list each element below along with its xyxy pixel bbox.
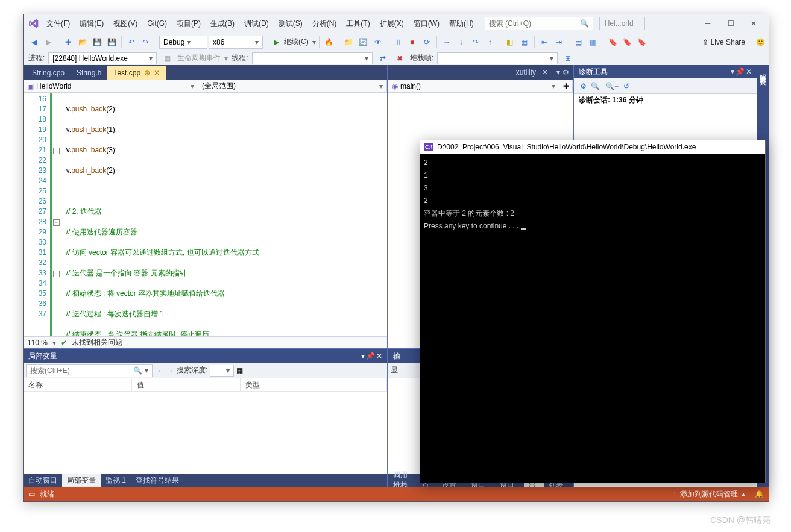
fold-icon[interactable]: − [53,219,60,226]
bookmark2-icon[interactable]: 🔖 [621,36,634,49]
tool-b-icon[interactable]: ▦ [518,36,531,49]
func-combo[interactable]: ◉main()▾ [388,80,559,92]
zoom-level[interactable]: 110 % [27,339,48,347]
solution-pill[interactable]: Hel...orld [599,17,645,30]
platform-combo[interactable]: x86▾ [209,36,263,49]
close-button[interactable]: ✕ [742,15,765,32]
maximize-button[interactable]: ☐ [719,15,742,32]
diag-zoomin-icon[interactable]: 🔍+ [591,80,604,93]
menu-extensions[interactable]: 扩展(X) [376,16,408,31]
tab-callstack[interactable]: 调用堆栈 [388,474,417,487]
tab-locals[interactable]: 局部变量 [62,474,101,487]
diag-gear-icon[interactable]: ⚙ [576,80,590,93]
menu-view[interactable]: 视图(V) [110,16,141,31]
col-name[interactable]: 名称 [24,378,132,391]
folder-icon[interactable]: 📁 [342,36,356,49]
lifecycle-icon[interactable]: ▦ [160,52,174,65]
liveshare-icon[interactable]: ⇪ [702,38,708,46]
stackframe-tool-icon[interactable]: ⊞ [561,52,575,65]
stackframe-combo[interactable]: ▾ [437,52,558,64]
step-into-icon[interactable]: ↓ [455,36,468,49]
stop-icon[interactable]: ■ [406,36,419,49]
menu-git[interactable]: Git(G) [143,17,171,30]
tool-a-icon[interactable]: ◧ [503,36,517,49]
process-combo[interactable]: [22840] HelloWorld.exe▾ [48,52,157,64]
fold-icon[interactable]: − [53,148,60,154]
code-editor[interactable]: 1617181920212223242526272829303132333435… [24,93,387,336]
indent-left-icon[interactable]: ⇤ [538,36,551,49]
restart-icon[interactable]: ⟳ [420,36,433,49]
nav-forward-icon[interactable]: ▶ [42,36,55,49]
config-combo[interactable]: Debug▾ [159,36,207,49]
step-out-icon[interactable]: ↑ [484,36,497,49]
menu-window[interactable]: 窗口(W) [410,16,443,31]
col-type[interactable]: 类型 [241,378,387,391]
tab-xutility[interactable]: xutility [516,68,536,77]
close-tab-icon[interactable]: ✕ [154,69,160,77]
nav-fwd-icon[interactable]: → [167,366,174,375]
title-search[interactable]: 🔍 [485,17,593,30]
uncomment-icon[interactable]: ▥ [587,36,600,49]
console-window[interactable]: C:\ D:\002_Project\006_Visual_Studio\Hel… [420,140,766,483]
menu-test[interactable]: 测试(S) [275,16,306,31]
diag-reset-icon[interactable]: ↺ [620,80,633,93]
tab-watch[interactable]: 监视 1 [101,474,131,487]
thread-tool2-icon[interactable]: ✖ [393,52,406,65]
tab-string-cpp[interactable]: String.cpp [26,66,71,80]
scm-label[interactable]: 添加到源代码管理 [680,489,738,499]
step-next-icon[interactable]: → [440,36,453,49]
bookmark-icon[interactable]: 🔖 [607,36,620,49]
thread-tool-icon[interactable]: ⇄ [376,52,389,65]
diag-zoomout-icon[interactable]: 🔍− [605,80,619,93]
close-pane-icon[interactable]: ✕ [746,67,752,76]
dropdown-icon[interactable]: ▾ [361,352,365,360]
title-search-input[interactable] [489,19,580,28]
pin-icon[interactable]: 📌 [736,67,745,76]
minimize-button[interactable]: ─ [696,15,719,32]
scm-up-icon[interactable]: ↑ [673,490,676,498]
pin-icon[interactable]: ⊕ [144,69,150,77]
pin-icon[interactable]: 📌 [366,352,375,360]
split-icon[interactable]: ✚ [559,80,573,92]
console-titlebar[interactable]: C:\ D:\002_Project\006_Visual_Studio\Hel… [420,140,765,154]
gear-icon[interactable]: ⚙ [563,68,569,77]
menu-tools[interactable]: 工具(T) [342,16,373,31]
step-over-icon[interactable]: ↷ [469,36,482,49]
close-tab-icon[interactable]: ✕ [542,68,548,77]
tool-icon[interactable]: ▦ [236,366,243,375]
menu-edit[interactable]: 编辑(E) [76,16,107,31]
show-icon[interactable]: 👁 [371,36,385,49]
feedback-icon[interactable]: 🙂 [756,38,765,46]
locals-search-input[interactable] [30,366,133,375]
menu-build[interactable]: 生成(B) [207,16,238,31]
indent-right-icon[interactable]: ⇥ [552,36,566,49]
open-icon[interactable]: 📂 [76,36,89,49]
refresh-icon[interactable]: 🔄 [357,36,370,49]
depth-combo[interactable]: ▾ [210,365,234,377]
tab-string-h[interactable]: String.h [71,66,107,80]
comment-icon[interactable]: ▤ [572,36,585,49]
menu-debug[interactable]: 调试(D) [241,16,273,31]
continue-label[interactable]: 继续(C) [284,37,309,47]
nav-back-icon[interactable]: ← [157,366,165,375]
locals-body[interactable] [24,392,387,474]
locals-search[interactable]: 🔍▾ [26,364,153,377]
tab-autos[interactable]: 自动窗口 [24,474,62,487]
thread-combo[interactable]: ▾ [252,52,373,64]
fold-icon[interactable]: − [53,271,60,277]
redo-icon[interactable]: ↷ [139,36,153,49]
new-item-icon[interactable]: ✚ [61,36,75,49]
bookmark3-icon[interactable]: 🔖 [635,36,649,49]
tab-test-cpp[interactable]: Test.cpp⊕✕ [107,66,166,80]
menu-file[interactable]: 文件(F) [43,16,74,31]
code-body[interactable]: v.push_back(2); v.push_back(1); v.push_b… [60,93,387,336]
nav-back-icon[interactable]: ◀ [27,36,40,49]
scope-combo[interactable]: ▣HelloWorld▾ [24,80,198,92]
col-value[interactable]: 值 [132,378,241,391]
liveshare-label[interactable]: Live Share [711,38,745,46]
dropdown-icon[interactable]: ▾ [731,67,734,76]
tab-find-symbol[interactable]: 查找符号结果 [131,474,184,487]
hot-reload-icon[interactable]: 🔥 [323,36,336,49]
window-icon[interactable]: ▭ [28,490,35,498]
save-icon[interactable]: 💾 [90,36,104,49]
